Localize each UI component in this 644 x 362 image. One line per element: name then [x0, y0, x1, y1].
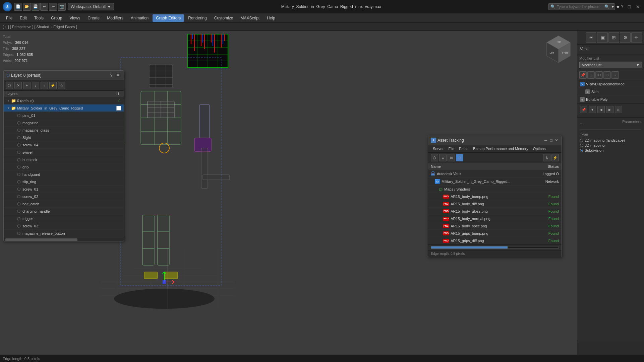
- menu-item-edit[interactable]: Edit: [16, 14, 30, 22]
- layer-item-mil-soldier[interactable]: ▾ 📁 Military_Soldier_in_Grey_Camo_Rigged: [4, 104, 124, 112]
- menu-item-customize[interactable]: Customize: [211, 14, 237, 22]
- layer-tool-up[interactable]: ↑: [41, 82, 48, 89]
- asset-tool-4[interactable]: ⊟: [456, 154, 463, 161]
- menu-item-group[interactable]: Group: [48, 14, 65, 22]
- mp-toolbar-arrow3[interactable]: ▶: [606, 106, 613, 113]
- layer-panel-close[interactable]: ✕: [115, 72, 121, 78]
- asset-item[interactable]: PNG AR15_body_gloss.png Found: [428, 208, 562, 215]
- menu-item-help[interactable]: Help: [264, 14, 279, 22]
- modifier-dropdown[interactable]: Modifier List ▼: [579, 62, 642, 68]
- layer-item-screw-01[interactable]: ⬡ screw_01: [4, 186, 124, 193]
- mp-toolbar-arrow[interactable]: ▼: [589, 106, 596, 113]
- search-box[interactable]: 🔍 🔍 ▼ ★ ?: [548, 3, 615, 10]
- asset-menu-file[interactable]: File: [446, 146, 456, 151]
- asset-item[interactable]: PNG AR15_grips_diff.png Found: [428, 237, 562, 244]
- layer-item-handguard[interactable]: ⬡ handguard: [4, 171, 124, 178]
- asset-menu-bitmap-performance-and-memory[interactable]: Bitmap Performance and Memory: [471, 146, 530, 151]
- layer-item-buttstock[interactable]: ⬡ buttstock: [4, 156, 124, 163]
- layer-expand[interactable]: ▸: [6, 99, 10, 103]
- mp-toolbar-arrow4[interactable]: ▷: [615, 106, 622, 113]
- asset-item[interactable]: PNG AR15_body_diff.png Found: [428, 200, 562, 208]
- asset-panel-minimize[interactable]: ─: [543, 138, 548, 143]
- layer-expand[interactable]: ▾: [6, 106, 10, 110]
- modifier-entry-vray[interactable]: V VRayDisplacementMod: [577, 80, 644, 88]
- rt-icon-utility[interactable]: ✏: [631, 32, 642, 43]
- asset-tool-refresh[interactable]: ↻: [543, 154, 550, 161]
- mod-tool-pin[interactable]: 📌: [579, 71, 587, 79]
- layer-item-screw-03[interactable]: ⬡ screw_03: [4, 222, 124, 230]
- undo-button[interactable]: ↩: [40, 3, 48, 11]
- asset-item[interactable]: M Military_Soldier_in_Grey_Camo_Rigged..…: [428, 178, 562, 186]
- asset-tool-bolt[interactable]: ⚡: [551, 154, 559, 161]
- save-file-button[interactable]: 💾: [32, 3, 40, 11]
- layer-item-charging-handle[interactable]: ⬡ charging_handle: [4, 208, 124, 215]
- mp-toolbar-pin[interactable]: 📌: [580, 106, 587, 113]
- rt-icon-hierarchy[interactable]: ⊞: [608, 32, 619, 43]
- layer-item-sight[interactable]: ⬡ Sight: [4, 134, 124, 141]
- asset-menu-server[interactable]: Server: [431, 146, 446, 151]
- asset-tool-3[interactable]: ⊞: [448, 154, 455, 161]
- layer-box[interactable]: [116, 106, 121, 111]
- layer-scrollbar-thumb[interactable]: [5, 238, 77, 241]
- radio-subdivision[interactable]: Subdivision: [580, 148, 641, 152]
- layer-tool-delete[interactable]: ✕: [14, 82, 22, 89]
- layer-tool-down[interactable]: ↓: [32, 82, 39, 89]
- radio-circle-subdiv[interactable]: [580, 149, 583, 152]
- undo-arrow-button[interactable]: ↪: [49, 3, 57, 11]
- menu-item-rendering[interactable]: Rendering: [185, 14, 210, 22]
- modifier-entry-editable-poly[interactable]: E Editable Poly: [577, 96, 644, 103]
- asset-item[interactable]: PNG AR15_body_bump.png Found: [428, 193, 562, 200]
- minimize-button[interactable]: ─: [617, 3, 624, 10]
- asset-item[interactable]: 🗂 Maps / Shaders: [428, 186, 562, 193]
- new-file-button[interactable]: 📄: [14, 3, 22, 11]
- rt-icon-sun[interactable]: ☀: [586, 32, 596, 43]
- asset-item[interactable]: PNG AR15_grips_bump.png Found: [428, 230, 562, 237]
- menu-item-graph-editors[interactable]: Graph Editors: [153, 14, 184, 22]
- layer-item-default-layer[interactable]: ▸ 📁 0 (default) ✓: [4, 97, 124, 104]
- radio-circle-3d[interactable]: [580, 144, 583, 147]
- layer-item-magazine-glass[interactable]: ⬡ magazine_glass: [4, 127, 124, 134]
- menu-item-tools[interactable]: Tools: [31, 14, 47, 22]
- menu-item-views[interactable]: Views: [66, 14, 83, 22]
- asset-tool-2[interactable]: ≡: [439, 154, 447, 161]
- camera-button[interactable]: 📷: [58, 3, 66, 11]
- menu-item-file[interactable]: File: [3, 14, 16, 22]
- layer-tool-refresh[interactable]: ⬡: [6, 82, 13, 89]
- search-options-icon[interactable]: ▼: [611, 4, 615, 9]
- layer-scrollbar[interactable]: [4, 238, 124, 241]
- menu-item-animation[interactable]: Animation: [127, 14, 152, 22]
- layer-item-pins-01[interactable]: ⬡ pins_01: [4, 112, 124, 119]
- asset-menu-paths[interactable]: Paths: [457, 146, 470, 151]
- params-minus[interactable]: ─: [580, 122, 582, 126]
- maximize-button[interactable]: □: [626, 3, 633, 10]
- asset-tool-1[interactable]: ⬡: [431, 154, 438, 161]
- layer-tool-highlight[interactable]: ⚡: [49, 82, 57, 89]
- menu-item-create[interactable]: Create: [84, 14, 103, 22]
- layer-item-grip[interactable]: ⬡ grip: [4, 163, 124, 171]
- menu-item-maxscript[interactable]: MAXScript: [237, 14, 263, 22]
- layer-item-screw-04[interactable]: ⬡ screw_04: [4, 141, 124, 149]
- mp-toolbar-arrow2[interactable]: ◀: [597, 106, 605, 113]
- layer-item-trigger[interactable]: ⬡ trigger: [4, 215, 124, 222]
- open-file-button[interactable]: 📂: [23, 3, 31, 11]
- radio-circle-2d[interactable]: [580, 139, 583, 142]
- layer-item-magazine[interactable]: ⬡ magazine: [4, 119, 124, 127]
- layer-item-mag-release[interactable]: ⬡ magazine_release_button: [4, 230, 124, 237]
- layer-panel-help[interactable]: ?: [108, 72, 114, 78]
- layer-tool-star[interactable]: ☆: [58, 82, 65, 89]
- radio-3d-mapping[interactable]: 3D mapping: [580, 143, 641, 147]
- layer-item-bolt-catch[interactable]: ⬡ bolt_catch: [4, 200, 124, 208]
- asset-panel-maximize[interactable]: □: [549, 138, 553, 143]
- asset-menu-options[interactable]: Options: [531, 146, 548, 151]
- asset-panel-close[interactable]: ✕: [554, 138, 559, 143]
- workspace-selector[interactable]: Workspace: Default ▼: [68, 3, 114, 10]
- layer-item-slip-ring[interactable]: ⬡ slip_ring: [4, 178, 124, 186]
- rt-icon-display[interactable]: ▣: [597, 32, 608, 43]
- close-button[interactable]: ✕: [635, 3, 641, 10]
- radio-2d-mapping[interactable]: 2D mapping (landscape): [580, 138, 641, 142]
- search-input[interactable]: [557, 5, 603, 9]
- layer-item-screw-02[interactable]: ⬡ screw_02: [4, 193, 124, 200]
- asset-item[interactable]: PNG AR15_body_spec.png Found: [428, 222, 562, 230]
- mod-tool-copy[interactable]: □: [603, 71, 611, 79]
- mod-tool-cut[interactable]: ✂: [595, 71, 603, 79]
